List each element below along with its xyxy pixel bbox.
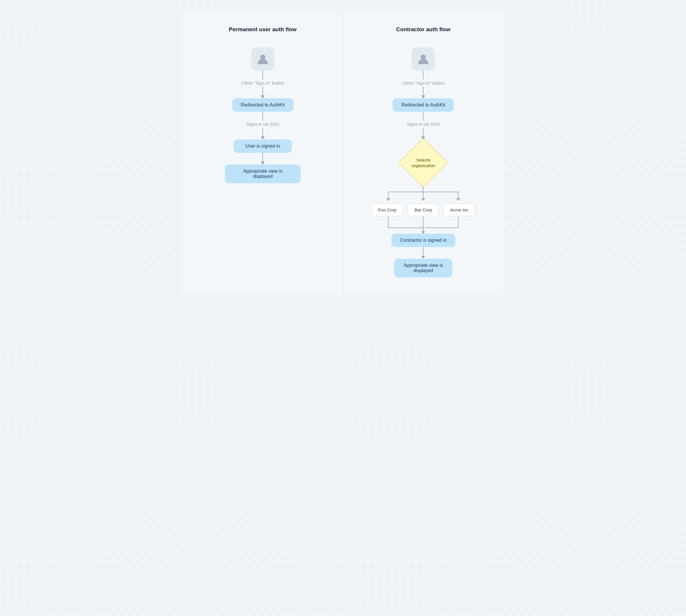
svg-marker-9 bbox=[456, 198, 460, 201]
arrow-1 bbox=[261, 95, 265, 98]
connector-r3 bbox=[423, 112, 423, 120]
connector-r5 bbox=[423, 247, 423, 256]
connector-4 bbox=[263, 128, 263, 136]
user-icon bbox=[256, 52, 270, 66]
connector-r2 bbox=[423, 87, 423, 95]
action-sign-in-right: Clicks "Sign in" button bbox=[402, 79, 445, 87]
merge-lines-svg bbox=[368, 216, 479, 234]
right-flow-steps: Clicks "Sign in" button Redirected to Au… bbox=[352, 47, 495, 278]
org-row: Foo Corp Bar Corp Acme Inc bbox=[372, 203, 475, 216]
connector-r1 bbox=[423, 71, 423, 79]
node-appropriate-view-right: Appropriate view isdisplayed bbox=[394, 259, 452, 278]
connector-3 bbox=[263, 112, 263, 120]
arrow-2 bbox=[261, 136, 265, 139]
left-flow-section: Permanent user auth flow Clicks "Sign in… bbox=[182, 12, 343, 295]
node-authkit-left: Redirected to AuthKit bbox=[232, 98, 293, 112]
node-authkit-right: Redirected to AuthKit bbox=[393, 98, 454, 112]
connector-r4 bbox=[423, 128, 423, 136]
action-sso-left: Signs in via SSO bbox=[246, 120, 279, 128]
org-bar-corp: Bar Corp bbox=[408, 203, 439, 216]
svg-marker-8 bbox=[421, 198, 425, 201]
connector-1 bbox=[263, 71, 263, 79]
diamond-container: Selectsorganization bbox=[400, 139, 446, 186]
node-appropriate-view-left: Appropriate view is displayed bbox=[225, 164, 301, 183]
arrow-r1 bbox=[421, 95, 425, 98]
left-flow-title: Permanent user auth flow bbox=[229, 26, 296, 33]
svg-marker-15 bbox=[421, 231, 425, 234]
user-icon-right bbox=[416, 52, 430, 66]
page-container: Permanent user auth flow Clicks "Sign in… bbox=[182, 12, 504, 295]
branch-lines-svg bbox=[368, 186, 479, 203]
org-acme-inc: Acme Inc bbox=[443, 203, 475, 216]
connector-5 bbox=[263, 153, 263, 161]
action-sso-right: Signs in via SSO bbox=[407, 120, 440, 128]
left-flow-steps: Clicks "Sign in" button Redirected to Au… bbox=[191, 47, 334, 183]
avatar-right bbox=[412, 47, 435, 71]
action-sign-in-left: Clicks "Sign in" button bbox=[241, 79, 284, 87]
node-contractor-signed-in: Contractor is signed in bbox=[392, 234, 455, 247]
connector-2 bbox=[263, 87, 263, 95]
node-signed-in: User is signed in bbox=[234, 139, 292, 153]
arrow-3 bbox=[261, 161, 265, 164]
avatar bbox=[251, 47, 274, 71]
diamond-label: Selectsorganization bbox=[411, 157, 435, 169]
arrow-r3 bbox=[421, 256, 425, 259]
right-flow-section: Contractor auth flow Clicks "Sign in" bu… bbox=[343, 12, 504, 295]
svg-marker-7 bbox=[386, 198, 390, 201]
right-flow-title: Contractor auth flow bbox=[396, 26, 450, 33]
org-foo-corp: Foo Corp bbox=[372, 203, 403, 216]
